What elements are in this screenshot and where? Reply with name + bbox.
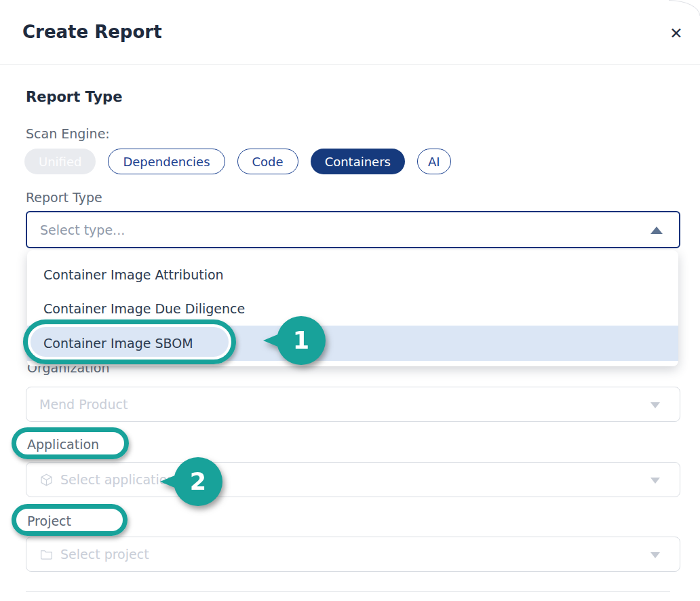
- report-type-label: Report Type: [26, 190, 102, 205]
- project-label: Project: [27, 513, 71, 528]
- dialog-title: Create Report: [22, 22, 162, 42]
- pill-dependencies[interactable]: Dependencies: [108, 149, 225, 174]
- chevron-down-icon: [650, 478, 660, 484]
- folder-icon: [39, 547, 54, 562]
- pill-unified[interactable]: Unified: [24, 149, 96, 174]
- close-icon: ✕: [669, 24, 682, 42]
- organization-value: Mend Product: [39, 397, 128, 412]
- option-container-image-attribution[interactable]: Container Image Attribution: [27, 258, 678, 292]
- pill-code[interactable]: Code: [237, 149, 298, 174]
- option-container-image-due-diligence[interactable]: Container Image Due Diligence: [27, 292, 678, 326]
- bottom-divider: [26, 591, 670, 592]
- report-type-placeholder: Select type...: [40, 222, 125, 237]
- project-placeholder: Select project: [60, 547, 149, 562]
- report-type-select[interactable]: Select type...: [26, 211, 680, 248]
- application-label: Application: [27, 437, 99, 452]
- scan-engine-label: Scan Engine:: [26, 126, 110, 141]
- application-select[interactable]: Select application: [26, 462, 680, 497]
- section-heading: Report Type: [26, 89, 122, 105]
- close-button[interactable]: ✕: [666, 23, 686, 43]
- application-placeholder: Select application: [60, 472, 175, 487]
- report-type-dropdown: Container Image Attribution Container Im…: [27, 250, 678, 366]
- chevron-down-icon: [650, 552, 660, 558]
- pill-containers[interactable]: Containers: [311, 149, 405, 174]
- project-select[interactable]: Select project: [26, 537, 680, 572]
- chevron-down-icon: [650, 402, 660, 408]
- pill-ai[interactable]: AI: [417, 149, 451, 174]
- modal-corner: [669, 0, 700, 16]
- scan-engine-pill-group: Unified Dependencies Code Containers AI: [24, 149, 451, 174]
- option-container-image-sbom[interactable]: Container Image SBOM: [27, 326, 678, 361]
- organization-select[interactable]: Mend Product: [26, 387, 680, 422]
- package-cube-icon: [39, 473, 54, 487]
- chevron-up-icon: [650, 227, 663, 234]
- header-divider: [0, 64, 700, 65]
